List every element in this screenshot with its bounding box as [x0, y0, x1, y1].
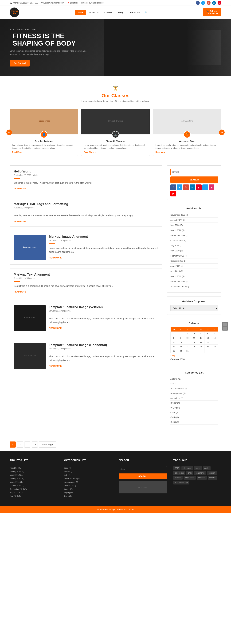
- tag-dowork[interactable]: dowork: [173, 476, 183, 480]
- cal-day[interactable]: [191, 349, 198, 353]
- archives-dropdown-select[interactable]: Select Month: [170, 305, 218, 311]
- social-google[interactable]: G: [207, 1, 210, 5]
- cal-day[interactable]: 12: [198, 336, 204, 340]
- footer-archive-item[interactable]: July 2010 (1): [10, 494, 58, 498]
- social-pinterest[interactable]: p: [218, 1, 222, 5]
- social-tw2-btn[interactable]: t: [202, 184, 208, 190]
- archive-item[interactable]: October 2019 (2): [170, 258, 218, 264]
- nav-home[interactable]: Home: [75, 10, 86, 15]
- sidebar-search-input[interactable]: [170, 169, 218, 175]
- tag-content[interactable]: content: [207, 471, 216, 475]
- social-twitter[interactable]: t: [201, 1, 205, 5]
- post-readmore[interactable]: READ MORE: [14, 220, 26, 222]
- nav-about[interactable]: About Us: [87, 10, 101, 15]
- tag-featured-image[interactable]: featured image: [173, 481, 189, 484]
- cat-item[interactable]: Asmodeus (2): [170, 396, 218, 400]
- tag-comments[interactable]: comments: [194, 471, 206, 475]
- class-readmore-strength[interactable]: Read More →: [81, 151, 150, 153]
- footer-cat-item[interactable]: buying (3): [64, 491, 112, 494]
- social-li-btn[interactable]: in: [190, 184, 195, 190]
- post-readmore[interactable]: READ MORE: [49, 256, 62, 259]
- footer-archive-item[interactable]: August 2010 (3): [10, 491, 58, 494]
- footer-cat-item[interactable]: arrangement (1): [64, 480, 112, 484]
- cat-item[interactable]: Arrangement (6): [170, 391, 218, 396]
- footer-cat-item[interactable]: border (2): [64, 487, 112, 491]
- footer-archive-item[interactable]: March 2012 (5): [10, 473, 58, 477]
- archive-item[interactable]: October 2019 (4): [170, 238, 218, 243]
- archive-item[interactable]: March 2019 (3): [170, 274, 218, 279]
- footer-archive-item[interactable]: October 2010 (1): [10, 484, 58, 487]
- cal-day[interactable]: 31: [184, 349, 191, 353]
- nav-contact[interactable]: Contact Us: [126, 10, 142, 15]
- cat-item[interactable]: Cat B (4): [170, 415, 218, 420]
- scroll-down[interactable]: −: [223, 326, 227, 330]
- sidebar-search-button[interactable]: SEARCH: [170, 176, 218, 183]
- footer-cat-item[interactable]: asmodeus (1): [64, 484, 112, 487]
- tag-audio[interactable]: audio: [203, 466, 210, 470]
- cal-day[interactable]: 24: [184, 344, 191, 349]
- post-readmore[interactable]: READ MORE: [49, 327, 62, 329]
- archive-item[interactable]: August 2020 (3): [170, 218, 218, 223]
- nav-blog[interactable]: Blog: [116, 10, 125, 15]
- cal-day[interactable]: 18: [191, 340, 198, 344]
- classes-prev-button[interactable]: ←: [6, 130, 12, 135]
- cal-day[interactable]: [204, 349, 211, 353]
- tag-8bit[interactable]: 8BIT: [173, 466, 180, 470]
- social-ig-btn[interactable]: ig: [209, 184, 214, 190]
- cal-day[interactable]: 15: [170, 340, 177, 344]
- cal-day[interactable]: 17: [184, 340, 191, 344]
- social-tw-btn[interactable]: t: [177, 184, 182, 190]
- social-yt-btn[interactable]: ▶: [170, 191, 176, 196]
- cal-day[interactable]: 26: [198, 344, 204, 349]
- tag-chat[interactable]: chat: [186, 471, 193, 475]
- social-fb-btn[interactable]: f: [170, 184, 176, 190]
- cal-day[interactable]: 1: [170, 332, 177, 336]
- post-readmore[interactable]: READ MORE: [14, 290, 26, 293]
- scroll-up[interactable]: +: [223, 323, 227, 326]
- cal-day[interactable]: 3: [184, 332, 191, 336]
- classes-next-button[interactable]: →: [219, 130, 224, 135]
- tag-edge-case[interactable]: edge case: [184, 476, 196, 480]
- footer-archive-item[interactable]: June 2018 (5): [10, 466, 58, 470]
- archive-item[interactable]: September 2018 (2): [170, 284, 218, 289]
- cat-item[interactable]: Sub (1): [170, 382, 218, 386]
- cal-day[interactable]: 4: [191, 332, 198, 336]
- cal-day[interactable]: 25: [191, 344, 198, 349]
- footer-archive-item[interactable]: March 2011 (1): [10, 480, 58, 484]
- archive-item[interactable]: July 2019 (1): [170, 243, 218, 248]
- cal-day[interactable]: 2: [177, 332, 184, 336]
- social-gp-btn[interactable]: G+: [183, 184, 189, 190]
- cat-item[interactable]: Cat A (3): [170, 410, 218, 415]
- calendar-prev[interactable]: « Sep: [170, 354, 175, 357]
- social-pi-btn[interactable]: p: [196, 184, 202, 190]
- footer-cat-item[interactable]: aciform (1): [64, 470, 112, 473]
- archive-item[interactable]: November 2020 (2): [170, 212, 218, 218]
- archive-item[interactable]: April 2019 (1): [170, 269, 218, 274]
- social-facebook[interactable]: f: [196, 1, 200, 5]
- cal-day[interactable]: 22: [170, 344, 177, 349]
- archive-item[interactable]: February 2019 (4): [170, 253, 218, 258]
- cat-item[interactable]: Antiquarianism (5): [170, 386, 218, 391]
- cat-item[interactable]: Broder (4): [170, 400, 218, 405]
- page-next-button[interactable]: Next Page: [39, 442, 56, 448]
- footer-search-input[interactable]: [119, 466, 167, 472]
- cal-day[interactable]: 11: [191, 336, 198, 340]
- cal-day[interactable]: [198, 349, 204, 353]
- cat-item[interactable]: Aciform (1): [170, 376, 218, 382]
- cal-day[interactable]: 19: [198, 340, 204, 344]
- get-started-button[interactable]: Get Started: [10, 60, 30, 66]
- cal-day[interactable]: [211, 349, 218, 353]
- cal-day[interactable]: 27: [204, 344, 211, 349]
- cat-item[interactable]: Buying (1): [170, 405, 218, 410]
- social-linkedin[interactable]: in: [212, 1, 216, 5]
- page-12-button[interactable]: 12: [32, 442, 38, 448]
- archive-item[interactable]: May 2020 (5): [170, 223, 218, 228]
- tag-alignment[interactable]: alignment: [182, 466, 193, 470]
- tag-embeds[interactable]: embeds: [197, 476, 207, 480]
- cal-day[interactable]: 5: [198, 332, 204, 336]
- cal-day[interactable]: 16: [177, 340, 184, 344]
- tag-excerpt[interactable]: excerpt: [208, 476, 217, 480]
- cal-day[interactable]: 14: [211, 336, 218, 340]
- archive-item[interactable]: December 2019 (2): [170, 233, 218, 238]
- archive-item[interactable]: December 2018 (4): [170, 279, 218, 284]
